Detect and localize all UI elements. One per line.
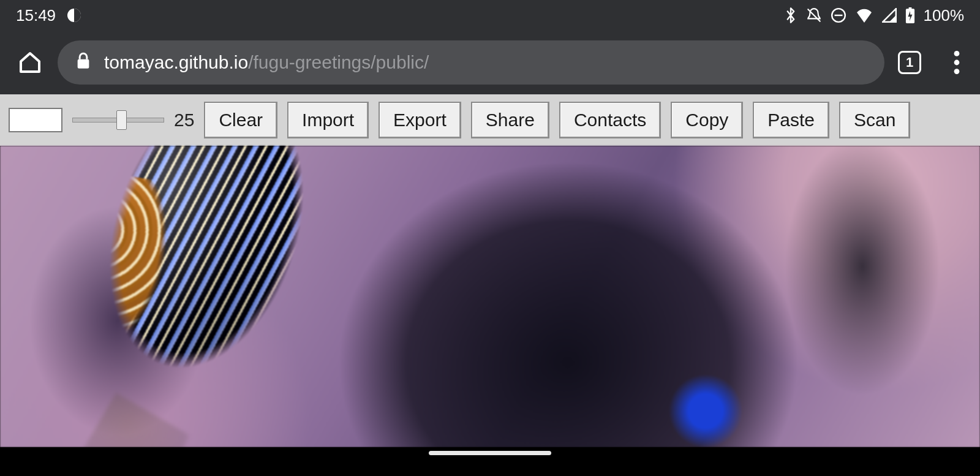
home-button[interactable] [16,48,44,77]
dnd-off-icon [806,7,822,23]
lock-icon [76,52,91,74]
tab-switcher-button[interactable]: 1 [898,51,921,74]
paste-button[interactable]: Paste [753,102,829,138]
gesture-pill[interactable] [429,451,551,455]
wifi-icon [855,8,873,23]
battery-icon [905,7,915,23]
android-nav-bar [0,447,980,476]
slider-thumb[interactable] [116,110,127,130]
contacts-button[interactable]: Contacts [559,102,661,138]
scan-button[interactable]: Scan [839,102,910,138]
export-button[interactable]: Export [379,102,461,138]
battery-percent: 100% [924,6,965,25]
app-toolbar: 25 Clear Import Export Share Contacts Co… [0,94,980,146]
tab-count: 1 [906,55,913,70]
browser-toolbar: tomayac.github.io/fugu-greetings/public/… [0,31,980,94]
url-text: tomayac.github.io/fugu-greetings/public/ [104,52,429,73]
import-button[interactable]: Import [287,102,369,138]
status-clock: 15:49 [16,6,56,25]
url-path: /fugu-greetings/public/ [248,52,429,72]
svg-point-7 [954,60,960,66]
menu-button[interactable] [944,48,969,77]
share-button[interactable]: Share [471,102,549,138]
copy-button[interactable]: Copy [671,102,743,138]
brush-size-value: 25 [174,110,194,130]
do-not-disturb-icon [831,7,846,23]
canvas-image [21,146,371,447]
svg-rect-4 [908,7,911,10]
cell-signal-icon [882,8,897,23]
url-host: tomayac.github.io [104,52,248,72]
bluetooth-icon [784,7,797,23]
android-status-bar: 15:49 100% [0,0,980,31]
svg-rect-5 [78,59,89,68]
brush-size-slider[interactable] [72,110,164,130]
drawing-canvas[interactable] [0,146,980,447]
data-saver-icon [67,8,81,23]
color-picker[interactable] [9,108,62,132]
svg-point-6 [954,51,960,56]
clear-button[interactable]: Clear [204,102,277,138]
svg-point-8 [954,69,960,74]
url-bar[interactable]: tomayac.github.io/fugu-greetings/public/ [58,40,884,85]
